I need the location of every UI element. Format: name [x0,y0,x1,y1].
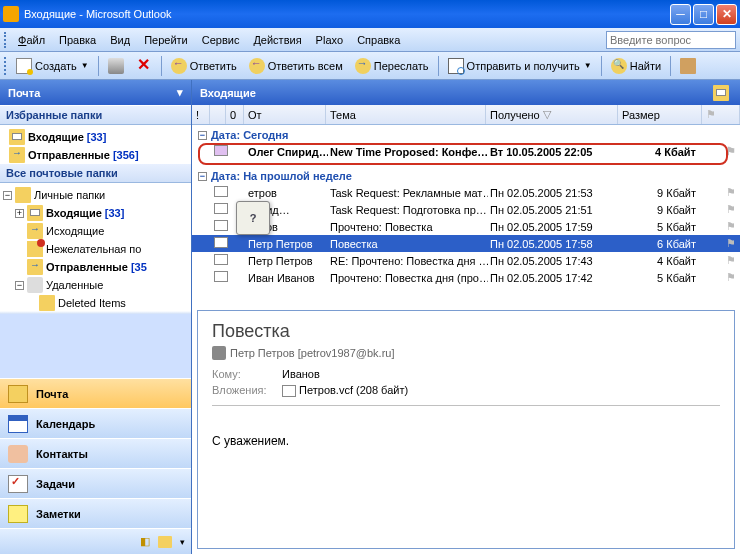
replyall-button[interactable]: Ответить всем [244,55,348,77]
collapse-icon[interactable]: − [15,281,24,290]
create-button[interactable]: Создать▼ [11,55,94,77]
col-icon[interactable] [210,105,226,124]
mail-icon [8,385,28,403]
menu-help[interactable]: Справка [350,32,407,48]
col-importance[interactable]: ! [192,105,210,124]
delete-button[interactable]: ✕ [131,55,157,77]
list-item[interactable]: Петр ПетровПовесткаПн 02.05.2005 17:586 … [192,235,740,252]
list-item[interactable]: Олег Спирид… New Time Proposed: Конфе… В… [192,143,740,160]
folder-icon [39,295,55,311]
help-marker: ? [236,201,270,235]
new-icon [16,58,32,74]
print-button[interactable] [103,55,129,77]
col-subject[interactable]: Тема [326,105,486,124]
menubar: Файл Правка Вид Перейти Сервис Действия … [0,28,740,52]
content-pane: Входящие ! 0 От Тема Получено ▽ Размер ⚑… [192,80,740,554]
sendreceive-button[interactable]: Отправить и получить▼ [443,55,597,77]
contacts-icon [8,445,28,463]
list-item[interactable]: вановПрочтено: ПовесткаПн 02.05.2005 17:… [192,218,740,235]
maximize-button[interactable]: □ [693,4,714,25]
nav-notes[interactable]: Заметки [0,498,191,528]
find-icon [611,58,627,74]
menu-edit[interactable]: Правка [52,32,103,48]
replyall-icon [249,58,265,74]
outbox-icon [27,223,43,239]
forward-icon [355,58,371,74]
column-headers: ! 0 От Тема Получено ▽ Размер ⚑ [192,105,740,125]
close-button[interactable]: ✕ [716,4,737,25]
menu-tools[interactable]: Сервис [195,32,247,48]
collapse-icon[interactable]: − [198,172,207,181]
menu-file[interactable]: Файл [11,32,52,48]
list-item[interactable]: Иван ИвановПрочтено: Повестка дня (про…П… [192,269,740,286]
chevron-icon[interactable]: ▾ [180,537,185,547]
collapse-icon[interactable]: − [3,191,12,200]
nav-pane: Почта▾ Избранные папки Входящие [33] Отп… [0,80,192,554]
mail-icon [214,237,228,248]
mail-icon [214,254,228,265]
col-size[interactable]: Размер [618,105,702,124]
list-item[interactable]: етровTask Request: Рекламные мат…Пн 02.0… [192,184,740,201]
mail-icon [214,271,228,282]
menu-actions[interactable]: Действия [246,32,308,48]
list-item[interactable]: пирид…Task Request: Подготовка пр…Пн 02.… [192,201,740,218]
mail-icon [214,220,228,231]
fav-inbox[interactable]: Входящие [33] [3,128,188,146]
addressbook-button[interactable] [675,55,701,77]
sendreceive-icon [448,58,464,74]
folders-icon[interactable] [158,536,172,548]
tree-deleted[interactable]: −Удаленные [3,276,188,294]
col-received[interactable]: Получено ▽ [486,105,618,124]
nav-header: Почта▾ [0,80,191,105]
nav-contacts[interactable]: Контакты [0,438,191,468]
minimize-button[interactable]: ─ [670,4,691,25]
list-header: Входящие [192,80,740,105]
nav-tasks[interactable]: Задачи [0,468,191,498]
shortcuts-icon[interactable]: ◧ [140,535,150,548]
tree-sent[interactable]: Отправленные [35 [3,258,188,276]
window-title: Входящие - Microsoft Outlook [24,8,172,20]
find-button[interactable]: Найти [606,55,666,77]
help-search-input[interactable] [606,31,736,49]
inbox-icon [9,129,25,145]
notes-icon [8,505,28,523]
tree-junk[interactable]: Нежелательная по [3,240,188,258]
forward-button[interactable]: Переслать [350,55,434,77]
book-icon [680,58,696,74]
tree-inbox[interactable]: +Входящие [33] [3,204,188,222]
col-attach[interactable]: 0 [226,105,244,124]
collapse-icon[interactable]: − [198,131,207,140]
expand-icon[interactable]: + [15,209,24,218]
fav-section-header: Избранные папки [0,105,191,125]
mail-icon [214,186,228,197]
chevron-icon[interactable]: ▾ [177,86,183,99]
print-icon [108,58,124,74]
group-today[interactable]: −Дата: Сегодня [192,125,740,143]
nav-calendar[interactable]: Календарь [0,408,191,438]
group-lastweek[interactable]: −Дата: На прошлой неделе [192,166,740,184]
list-item[interactable]: Петр ПетровRE: Прочтено: Повестка дня …П… [192,252,740,269]
col-from[interactable]: От [244,105,326,124]
junk-icon [27,241,43,257]
menu-go[interactable]: Перейти [137,32,195,48]
tree-outbox[interactable]: Исходящие [3,222,188,240]
message-list: −Дата: Сегодня Олег Спирид… New Time Pro… [192,125,740,305]
menu-view[interactable]: Вид [103,32,137,48]
sent-icon [9,147,25,163]
nav-mail[interactable]: Почта [0,378,191,408]
preview-attachments: Вложения: Петров.vcf (208 байт) [212,384,720,397]
fav-sent[interactable]: Отправленные [356] [3,146,188,163]
app-icon [3,6,19,22]
reply-button[interactable]: Ответить [166,55,242,77]
tasks-icon [8,475,28,493]
trash-icon [27,277,43,293]
mail-icon [214,203,228,214]
tree-root[interactable]: −Личные папки [3,186,188,204]
menu-plaxo[interactable]: Plaxo [309,32,351,48]
tree-deleted-items[interactable]: Deleted Items [3,294,188,311]
delete-icon: ✕ [136,58,152,74]
reading-pane: Повестка Петр Петров [petrov1987@bk.ru] … [197,310,735,549]
person-icon [212,346,226,360]
toolbar: Создать▼ ✕ Ответить Ответить всем Пересл… [0,52,740,80]
col-flag[interactable]: ⚑ [702,105,740,124]
